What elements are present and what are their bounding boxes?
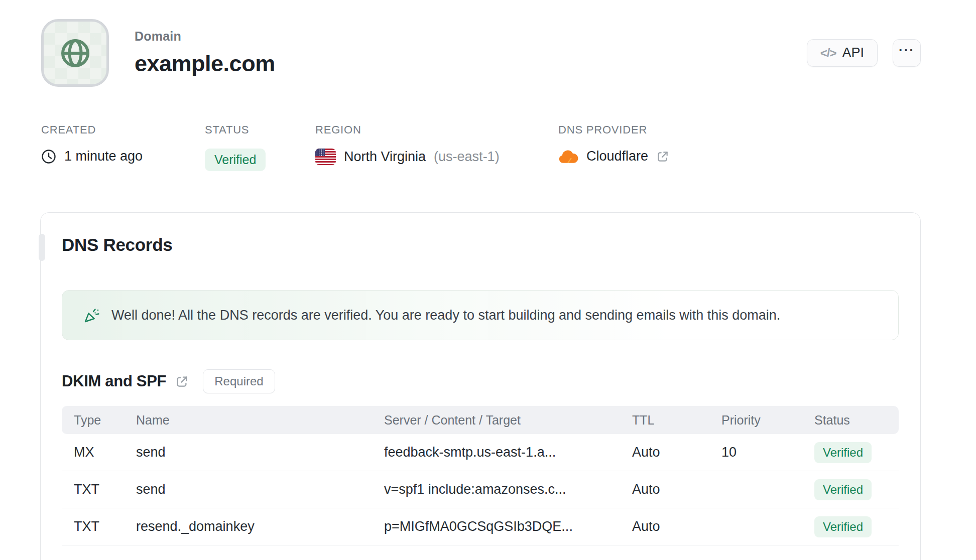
card-accent-bar	[39, 234, 45, 261]
us-flag-icon	[315, 149, 336, 165]
created-label: CREATED	[41, 123, 143, 136]
cell-name: send	[136, 445, 384, 460]
status-badge: Verified	[205, 149, 266, 171]
more-options-button[interactable]: ···	[893, 39, 921, 67]
cell-priority: 10	[721, 445, 814, 460]
table-row: MX send feedback-smtp.us-east-1.a... Aut…	[62, 434, 899, 471]
verified-badge: Verified	[814, 442, 872, 463]
cell-ttl: Auto	[632, 519, 721, 534]
status-label: STATUS	[205, 123, 266, 136]
globe-icon	[59, 37, 91, 69]
dkim-spf-title: DKIM and SPF	[62, 372, 166, 390]
cell-content: v=spf1 include:amazonses.c...	[384, 482, 632, 497]
cell-content: feedback-smtp.us-east-1.a...	[384, 445, 632, 460]
page-title: example.com	[135, 51, 275, 77]
region-code: (us-east-1)	[434, 149, 500, 165]
ellipsis-icon: ···	[899, 43, 915, 58]
banner-message: Well done! All the DNS records are verif…	[111, 308, 780, 323]
required-badge: Required	[203, 369, 275, 393]
dns-provider-value: Cloudflare	[586, 149, 648, 164]
cell-type: TXT	[62, 519, 136, 534]
cell-type: TXT	[62, 482, 136, 497]
col-header-type: Type	[62, 413, 136, 428]
api-button-label: API	[842, 45, 864, 61]
cell-ttl: Auto	[632, 482, 721, 497]
api-button[interactable]: </> API	[807, 39, 878, 67]
table-row: TXT send v=spf1 include:amazonses.c... A…	[62, 471, 899, 508]
col-header-ttl: TTL	[632, 413, 721, 428]
code-icon: </>	[820, 46, 836, 60]
cell-name: resend._domainkey	[136, 519, 384, 534]
cell-status: Verified	[814, 479, 899, 500]
dns-records-table: Type Name Server / Content / Target TTL …	[62, 406, 899, 545]
table-row: TXT resend._domainkey p=MIGfMA0GCSqGSIb3…	[62, 508, 899, 545]
col-header-priority: Priority	[721, 413, 814, 428]
dns-records-title: DNS Records	[62, 235, 172, 255]
cell-content: p=MIGfMA0GCSqGSIb3DQE...	[384, 519, 632, 534]
success-banner: Well done! All the DNS records are verif…	[62, 290, 899, 340]
meta-region: REGION North Virginia (us-east-1)	[315, 123, 500, 165]
dns-provider-link[interactable]: Cloudflare	[558, 149, 669, 164]
party-popper-icon	[82, 306, 101, 324]
domain-avatar	[41, 19, 109, 87]
region-value: North Virginia	[344, 149, 426, 165]
page-title-block: Domain example.com	[135, 29, 275, 77]
cell-type: MX	[62, 445, 136, 460]
col-header-status: Status	[814, 413, 899, 428]
cell-status: Verified	[814, 442, 899, 463]
meta-status: STATUS Verified	[205, 123, 266, 171]
verified-badge: Verified	[814, 479, 872, 500]
dns-provider-label: DNS PROVIDER	[558, 123, 669, 136]
cell-ttl: Auto	[632, 445, 721, 460]
entity-label: Domain	[135, 29, 275, 44]
created-value: 1 minute ago	[64, 149, 143, 164]
external-link-icon[interactable]	[175, 375, 189, 388]
region-label: REGION	[315, 123, 500, 136]
dkim-spf-section: DKIM and SPF Required	[62, 369, 275, 393]
table-header-row: Type Name Server / Content / Target TTL …	[62, 406, 899, 434]
domain-detail-page: Domain example.com </> API ··· CREATED 1…	[0, 0, 976, 560]
clock-icon	[41, 149, 56, 164]
meta-dns-provider: DNS PROVIDER Cloudflare	[558, 123, 669, 164]
verified-badge: Verified	[814, 516, 872, 537]
external-link-icon	[656, 150, 669, 163]
meta-created: CREATED 1 minute ago	[41, 123, 143, 164]
cell-name: send	[136, 482, 384, 497]
header-actions: </> API ···	[807, 39, 921, 67]
dns-records-card: DNS Records Well done! All the DNS recor…	[40, 212, 921, 560]
cloudflare-icon	[558, 150, 578, 164]
col-header-content: Server / Content / Target	[384, 413, 632, 428]
table-body: MX send feedback-smtp.us-east-1.a... Aut…	[62, 434, 899, 545]
cell-status: Verified	[814, 516, 899, 537]
col-header-name: Name	[136, 413, 384, 428]
